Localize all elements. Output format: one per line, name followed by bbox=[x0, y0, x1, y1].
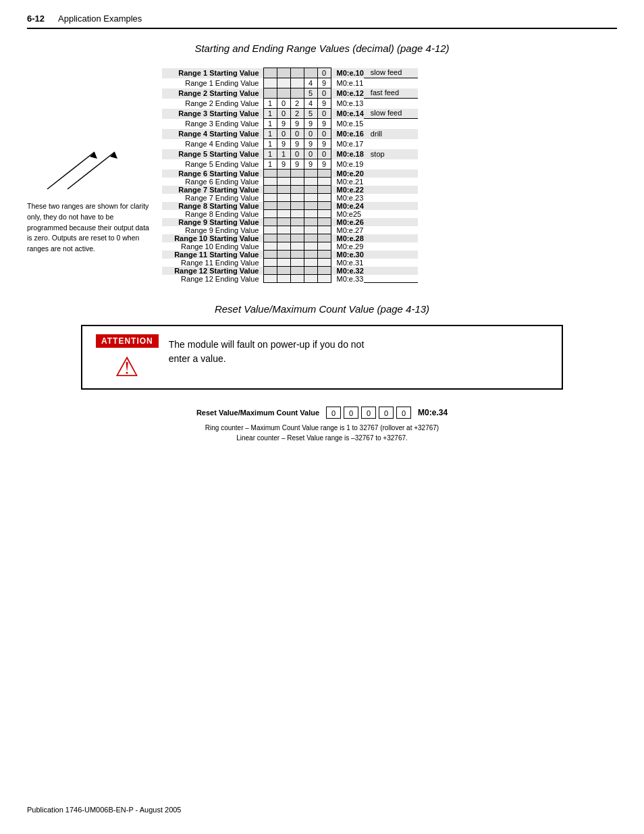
address-cell: M0:e.13 bbox=[331, 99, 364, 109]
cell-value bbox=[304, 210, 317, 218]
cell-value bbox=[290, 275, 304, 283]
cell-value bbox=[317, 210, 331, 218]
cell-value bbox=[304, 267, 317, 275]
cell-value bbox=[317, 170, 331, 178]
cell-value bbox=[317, 259, 331, 267]
cell-value bbox=[304, 218, 317, 226]
table-row: Range 1 Starting Value0M0:e.10slow feed bbox=[162, 68, 418, 78]
cell-value bbox=[304, 226, 317, 234]
cell-value: 9 bbox=[317, 78, 331, 88]
row-label: Range 5 Starting Value bbox=[162, 149, 263, 159]
cell-value bbox=[317, 234, 331, 242]
cell-value: 0 bbox=[317, 68, 331, 78]
address-cell: M0:e.18 bbox=[331, 149, 364, 159]
cell-value bbox=[277, 234, 290, 242]
cell-value bbox=[277, 178, 290, 186]
row-tag bbox=[364, 242, 418, 251]
cell-value: 9 bbox=[290, 139, 304, 149]
row-tag: slow feed bbox=[364, 109, 418, 119]
reset-cell-3: 0 bbox=[379, 407, 394, 419]
cell-value: 0 bbox=[277, 129, 290, 139]
cell-value bbox=[304, 178, 317, 186]
address-cell: M0:e.24 bbox=[331, 202, 364, 210]
cell-value bbox=[263, 78, 277, 88]
cell-value bbox=[263, 88, 277, 99]
cell-value: 9 bbox=[304, 119, 317, 129]
cell-value bbox=[263, 259, 277, 267]
table-row: Range 11 Ending ValueM0:e.31 bbox=[162, 259, 418, 267]
cell-value bbox=[277, 170, 290, 178]
cell-value bbox=[317, 194, 331, 202]
warning-icon: ⚠ bbox=[115, 353, 139, 380]
cell-value: 5 bbox=[304, 88, 317, 99]
cell-value: 1 bbox=[263, 99, 277, 109]
cell-value bbox=[290, 170, 304, 178]
address-cell: M0:e.26 bbox=[331, 218, 364, 226]
cell-value bbox=[263, 210, 277, 218]
table-row: Range 9 Starting ValueM0:e.26 bbox=[162, 218, 418, 226]
cell-value: 0 bbox=[317, 129, 331, 139]
reset-row-label: Reset Value/Maximum Count Value bbox=[196, 409, 319, 417]
cell-value: 0 bbox=[290, 149, 304, 159]
attention-line1: The module will fault on power-up if you… bbox=[169, 339, 365, 350]
cell-value bbox=[263, 186, 277, 194]
row-tag bbox=[364, 226, 418, 234]
cell-value bbox=[304, 234, 317, 242]
cell-value: 0 bbox=[317, 149, 331, 159]
section2-title: Reset Value/Maximum Count Value (page 4-… bbox=[27, 303, 617, 315]
row-label: Range 11 Starting Value bbox=[162, 251, 263, 259]
row-tag bbox=[364, 210, 418, 218]
cell-value bbox=[277, 68, 290, 78]
table-row: Range 1 Ending Value49M0:e.11 bbox=[162, 78, 418, 88]
cell-value bbox=[304, 202, 317, 210]
cell-value bbox=[304, 194, 317, 202]
row-label: Range 9 Ending Value bbox=[162, 226, 263, 234]
cell-value bbox=[317, 186, 331, 194]
attention-left: ATTENTION ⚠ bbox=[96, 334, 159, 380]
reset-note-1: Linear counter – Reset Value range is –3… bbox=[236, 433, 408, 443]
left-panel: These two ranges are shown for clarity o… bbox=[27, 142, 155, 255]
row-tag bbox=[364, 186, 418, 194]
cell-value bbox=[290, 218, 304, 226]
cell-value: 1 bbox=[263, 139, 277, 149]
row-label: Range 7 Starting Value bbox=[162, 186, 263, 194]
cell-value: 9 bbox=[317, 159, 331, 170]
address-cell: M0:e.27 bbox=[331, 226, 364, 234]
table-row: Range 2 Starting Value50M0:e.12fast feed bbox=[162, 88, 418, 99]
cell-value bbox=[304, 68, 317, 78]
table-row: Range 4 Ending Value19999M0:e.17 bbox=[162, 139, 418, 149]
cell-value: 0 bbox=[290, 129, 304, 139]
cell-value bbox=[304, 251, 317, 259]
cell-value bbox=[290, 202, 304, 210]
reset-cell-1: 0 bbox=[344, 407, 358, 419]
address-cell: M0:e.19 bbox=[331, 159, 364, 170]
cell-value bbox=[317, 267, 331, 275]
cell-value bbox=[263, 202, 277, 210]
table-row: Range 6 Ending ValueM0:e.21 bbox=[162, 178, 418, 186]
cell-value bbox=[277, 210, 290, 218]
cell-value: 9 bbox=[317, 119, 331, 129]
cell-value: 9 bbox=[317, 99, 331, 109]
row-tag: slow feed bbox=[364, 68, 418, 78]
page-number: 6-12 bbox=[27, 14, 45, 24]
cell-value bbox=[290, 178, 304, 186]
row-tag: drill bbox=[364, 129, 418, 139]
cell-value: 0 bbox=[317, 88, 331, 99]
row-tag bbox=[364, 259, 418, 267]
reset-note-0: Ring counter – Maximum Count Value range… bbox=[205, 423, 439, 433]
row-tag bbox=[364, 202, 418, 210]
row-tag bbox=[364, 78, 418, 88]
cell-value bbox=[277, 78, 290, 88]
cell-value bbox=[304, 275, 317, 283]
cell-value: 5 bbox=[304, 109, 317, 119]
range-table: Range 1 Starting Value0M0:e.10slow feedR… bbox=[162, 68, 418, 283]
cell-value: 9 bbox=[277, 139, 290, 149]
row-label: Range 5 Ending Value bbox=[162, 159, 263, 170]
cell-value: 1 bbox=[263, 109, 277, 119]
cell-value: 1 bbox=[277, 149, 290, 159]
reset-section: Reset Value/Maximum Count Value 0 0 0 0 … bbox=[27, 407, 617, 443]
row-tag bbox=[364, 170, 418, 178]
row-tag bbox=[364, 218, 418, 226]
section-title-header: Application Examples bbox=[58, 14, 142, 24]
cell-value bbox=[277, 226, 290, 234]
